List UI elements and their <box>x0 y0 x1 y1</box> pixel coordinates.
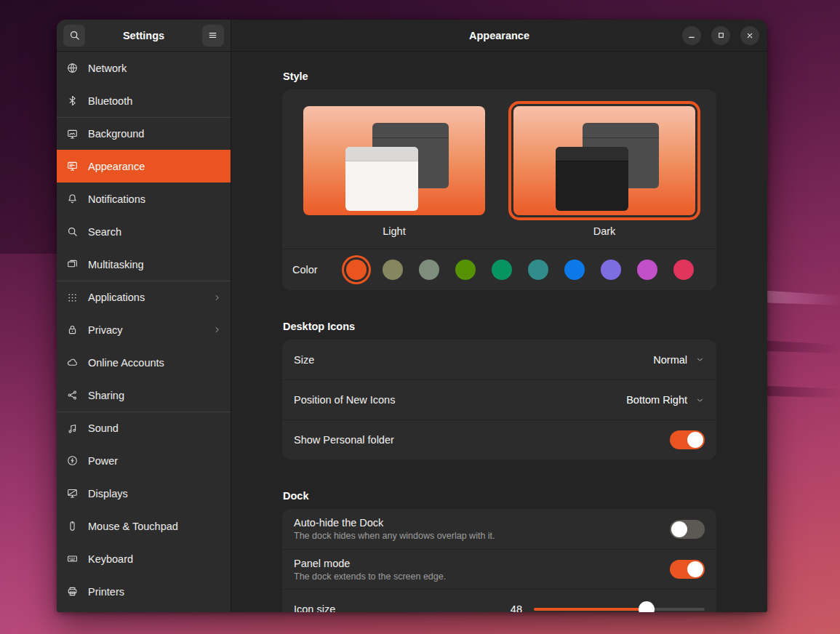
toggle-panel-mode[interactable] <box>670 560 705 579</box>
row-subtitle: The dock hides when any windows overlap … <box>294 531 660 541</box>
sidebar-item-multitasking[interactable]: Multitasking <box>57 248 231 281</box>
sidebar-item-label: Mouse & Touchpad <box>88 521 222 532</box>
slider-handle[interactable] <box>639 601 655 612</box>
row-label: Show Personal folder <box>294 434 660 446</box>
sidebar-item-search[interactable]: Search <box>57 215 231 248</box>
sidebar-item-label: Appearance <box>88 161 222 172</box>
power-icon <box>66 454 79 467</box>
dark-style-label: Dark <box>513 225 695 237</box>
sidebar-item-notifications[interactable]: Notifications <box>57 182 231 215</box>
minimize-icon <box>686 30 697 41</box>
sound-icon <box>66 422 79 435</box>
toggle-knob <box>687 561 703 577</box>
menu-icon <box>207 29 219 41</box>
sidebar-item-bluetooth[interactable]: Bluetooth <box>57 84 231 117</box>
sidebar-item-label: Privacy <box>88 324 203 336</box>
row-icon-size[interactable]: Icon size48 <box>282 589 716 612</box>
toggle-auto-hide-the-dock[interactable] <box>670 520 705 539</box>
accent-swatch-magenta[interactable] <box>637 260 657 280</box>
row-size[interactable]: SizeNormal <box>282 340 716 380</box>
sidebar-item-label: Displays <box>88 488 222 499</box>
row-value: Bottom Right <box>626 394 687 406</box>
sidebar-item-online-accounts[interactable]: Online Accounts <box>57 346 231 379</box>
toggle-knob <box>671 521 687 537</box>
style-option-light[interactable]: Light <box>303 106 485 237</box>
toggle-show-personal-folder[interactable] <box>670 430 705 449</box>
row-label: Size <box>294 354 653 366</box>
close-button[interactable] <box>740 26 759 45</box>
accent-swatch-red[interactable] <box>673 260 694 280</box>
thumbnail-front-window-light <box>345 147 418 211</box>
row-texts: Show Personal folder <box>294 434 660 446</box>
printers-icon <box>66 585 79 598</box>
sidebar-item-network[interactable]: Network <box>57 52 231 84</box>
row-panel-mode[interactable]: Panel modeThe dock extends to the screen… <box>282 549 716 589</box>
minimize-button[interactable] <box>682 26 701 45</box>
accent-swatch-bark[interactable] <box>383 260 403 280</box>
accent-swatch-viridian[interactable] <box>492 260 512 280</box>
accent-swatch-purple[interactable] <box>601 260 621 280</box>
light-style-thumbnail <box>303 106 485 215</box>
dock-section: Dock Auto-hide the DockThe dock hides wh… <box>282 490 716 612</box>
row-label: Panel mode <box>294 558 660 569</box>
desktop-icons-card: SizeNormalPosition of New IconsBottom Ri… <box>282 340 716 460</box>
desktop-icons-section: Desktop Icons SizeNormalPosition of New … <box>282 321 716 460</box>
sidebar-item-keyboard[interactable]: Keyboard <box>57 542 231 575</box>
sidebar-title: Settings <box>123 30 164 41</box>
row-texts: Icon size <box>294 603 511 612</box>
sidebar-item-displays[interactable]: Displays <box>57 477 231 510</box>
row-label: Position of New Icons <box>294 394 626 406</box>
displays-icon <box>66 487 79 499</box>
dock-card: Auto-hide the DockThe dock hides when an… <box>282 509 716 612</box>
sidebar-item-power[interactable]: Power <box>57 444 231 477</box>
slider-fill <box>534 608 647 611</box>
accent-swatch-olive[interactable] <box>455 260 476 280</box>
menu-button[interactable] <box>202 25 224 47</box>
chevron-down-icon <box>695 396 705 405</box>
slider-icon-size[interactable] <box>534 601 705 612</box>
main-header: Appearance <box>231 20 767 52</box>
search-icon <box>68 29 81 41</box>
row-label: Auto-hide the Dock <box>294 517 660 529</box>
settings-window: Settings Appearance NetworkBluetoothBack… <box>57 20 767 612</box>
row-show-personal-folder[interactable]: Show Personal folder <box>282 420 716 460</box>
accent-swatch-prussian-green[interactable] <box>528 260 548 280</box>
search-button[interactable] <box>63 25 85 47</box>
accent-swatch-orange[interactable] <box>346 260 367 280</box>
sidebar-item-label: Multitasking <box>88 259 222 270</box>
sidebar-item-mouse-touchpad[interactable]: Mouse & Touchpad <box>57 510 231 542</box>
sidebar-item-label: Power <box>88 455 222 467</box>
content-area: Style Light <box>231 52 767 612</box>
appearance-icon <box>66 160 79 172</box>
row-auto-hide-the-dock[interactable]: Auto-hide the DockThe dock hides when an… <box>282 509 716 549</box>
sidebar-item-sharing[interactable]: Sharing <box>57 379 231 412</box>
sidebar-item-sound[interactable]: Sound <box>57 412 231 444</box>
keyboard-icon <box>66 553 79 565</box>
sidebar-item-privacy[interactable]: Privacy <box>57 313 231 346</box>
row-position-of-new-icons[interactable]: Position of New IconsBottom Right <box>282 380 716 420</box>
style-option-dark[interactable]: Dark <box>513 106 695 237</box>
accent-color-swatches <box>346 260 694 280</box>
color-label: Color <box>292 264 346 276</box>
maximize-button[interactable] <box>711 26 730 45</box>
light-style-label: Light <box>303 225 485 237</box>
accent-swatch-blue[interactable] <box>564 260 585 280</box>
sidebar-item-applications[interactable]: Applications <box>57 281 231 313</box>
row-label: Icon size <box>294 603 511 612</box>
close-icon <box>744 30 756 41</box>
maximize-icon <box>716 30 727 41</box>
sidebar-nav: NetworkBluetoothBackgroundAppearanceNoti… <box>57 52 231 612</box>
style-section-title: Style <box>283 71 716 82</box>
accent-swatch-sage[interactable] <box>419 260 439 280</box>
thumbnail-front-window-dark <box>556 147 628 211</box>
toggle-knob <box>687 432 703 448</box>
sidebar-item-label: Online Accounts <box>88 357 222 369</box>
sidebar-item-appearance[interactable]: Appearance <box>57 150 231 182</box>
sidebar-item-background[interactable]: Background <box>57 117 231 150</box>
chevron-right-icon <box>212 293 222 302</box>
sidebar-item-printers[interactable]: Printers <box>57 575 231 608</box>
page-title: Appearance <box>469 30 529 41</box>
accent-color-row: Color <box>282 249 716 290</box>
background-icon <box>66 128 79 140</box>
dark-style-thumbnail <box>513 106 695 215</box>
